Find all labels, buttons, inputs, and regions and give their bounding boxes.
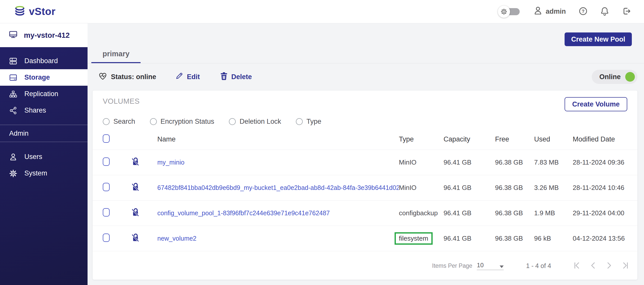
column-header-free: Free [495, 135, 534, 143]
filter-encryption-status[interactable]: Encryption Status [150, 118, 214, 126]
volume-free: 96.38 GB [495, 235, 534, 242]
volume-name-link[interactable]: config_volume_pool_1-83f96fbf7c244e639e7… [157, 209, 399, 217]
volume-name-link[interactable]: 67482bf841bba042db9e6bd9_my-bucket1_ea0e… [157, 184, 399, 191]
sidebar-item-replication[interactable]: Replication [0, 86, 88, 102]
dashboard-icon [9, 58, 17, 65]
volume-free: 96.38 GB [495, 209, 534, 217]
radio-icon [296, 118, 303, 125]
volume-used: 96 kB [534, 235, 573, 242]
volume-type: configbackup [399, 209, 444, 217]
volume-filters: Search Encryption Status Deletion Lock T… [103, 115, 321, 128]
delete-label: Delete [231, 73, 252, 81]
volume-modified-date: 04-12-2024 13:56 [573, 235, 627, 242]
sidebar-admin-nav: Users System [0, 142, 88, 182]
user-menu[interactable]: admin [534, 6, 566, 17]
filter-label: Type [307, 118, 321, 126]
volumes-card: VOLUMES Create Volume Search Encryption … [93, 91, 637, 280]
table-row: my_minio MinIO 96.41 GB 96.38 GB 7.83 MB… [93, 150, 637, 175]
sidebar-item-label: System [24, 169, 47, 177]
app-header: vStor admin [0, 0, 644, 23]
volume-name-link[interactable]: new_volume2 [157, 235, 399, 242]
items-per-page-value: 10 [477, 262, 484, 269]
table-header-row: Name Type Capacity Free Used Modified Da… [93, 129, 637, 150]
column-header-name: Name [157, 135, 399, 143]
filter-search[interactable]: Search [103, 118, 135, 126]
pool-tab-bar: primary [88, 50, 644, 63]
gear-icon [9, 170, 17, 177]
logout-icon [622, 7, 631, 16]
filter-type[interactable]: Type [296, 118, 321, 126]
edit-pool-button[interactable]: Edit [175, 72, 200, 82]
prev-page-icon [589, 262, 597, 270]
storage-icon [9, 74, 17, 81]
sidebar: my-vstor-412 Dashboard [0, 23, 88, 285]
filter-label: Search [113, 118, 135, 126]
user-icon [534, 6, 542, 17]
pencil-icon [175, 72, 183, 82]
sidebar-item-shares[interactable]: Shares [0, 102, 88, 119]
volume-used: 1.9 MB [534, 209, 573, 217]
volume-modified-date: 29-11-2024 04:00 [573, 209, 627, 217]
online-status-badge: Online [592, 70, 637, 84]
filter-deletion-lock[interactable]: Deletion Lock [229, 118, 281, 126]
sidebar-item-server[interactable]: my-vstor-412 [0, 23, 88, 47]
create-new-pool-button[interactable]: Create New Pool [565, 32, 632, 46]
sidebar-item-label: Shares [24, 106, 46, 114]
online-badge-label: Online [599, 73, 621, 81]
help-button[interactable]: ? [579, 7, 588, 16]
sidebar-item-users[interactable]: Users [0, 149, 88, 165]
volume-used: 3.26 MB [534, 184, 573, 192]
row-checkbox[interactable] [103, 234, 110, 242]
volume-type-highlighted: filesystem [395, 232, 433, 245]
volumes-table: Name Type Capacity Free Used Modified Da… [93, 129, 637, 251]
admin-section-label: Admin [0, 125, 88, 142]
first-page-icon [573, 262, 581, 270]
next-page-button[interactable] [605, 262, 613, 270]
select-all-checkbox[interactable] [103, 134, 110, 143]
theme-toggle[interactable] [498, 5, 521, 18]
last-page-button[interactable] [622, 262, 629, 270]
volume-free: 96.38 GB [495, 184, 534, 192]
sidebar-item-system[interactable]: System [0, 165, 88, 182]
create-volume-button[interactable]: Create Volume [565, 97, 627, 111]
row-checkbox[interactable] [103, 183, 110, 191]
table-pagination: Items Per Page 10 1 - 4 of 4 [93, 252, 637, 280]
deletion-lock-off-icon [131, 157, 157, 168]
sidebar-nav: Dashboard Storage [0, 47, 88, 125]
column-header-modified-date: Modified Date [573, 135, 627, 143]
sidebar-item-label: Replication [24, 90, 58, 98]
sidebar-item-dashboard[interactable]: Dashboard [0, 53, 88, 69]
deletion-lock-off-icon [131, 182, 157, 193]
row-checkbox[interactable] [103, 208, 110, 217]
header-actions: admin ? [498, 5, 631, 18]
vstor-logo-text: vStor [29, 6, 56, 17]
volume-type: MinIO [399, 158, 444, 166]
pool-status: Status: online [98, 72, 156, 82]
table-row: new_volume2 filesystem 96.41 GB 96.38 GB… [93, 226, 637, 251]
volume-capacity: 96.41 GB [444, 184, 495, 192]
user-name: admin [546, 8, 566, 15]
sidebar-item-storage[interactable]: Storage [0, 69, 88, 86]
volume-type: MinIO [399, 184, 444, 192]
notifications-button[interactable] [600, 7, 609, 16]
server-name: my-vstor-412 [24, 31, 70, 40]
sidebar-item-label: Dashboard [24, 57, 58, 65]
volume-name-link[interactable]: my_minio [157, 159, 399, 166]
sidebar-item-label: Users [24, 153, 42, 161]
deletion-lock-off-icon [131, 233, 157, 244]
delete-pool-button[interactable]: Delete [220, 72, 252, 82]
next-page-icon [605, 262, 613, 270]
radio-icon [103, 118, 110, 125]
row-checkbox[interactable] [103, 157, 110, 166]
trash-icon [220, 72, 228, 82]
logout-button[interactable] [622, 7, 631, 16]
prev-page-button[interactable] [589, 262, 597, 270]
pager-controls [573, 262, 629, 270]
items-per-page-select[interactable]: 10 [477, 262, 504, 270]
tab-primary[interactable]: primary [91, 50, 141, 63]
sun-toggle-icon [498, 6, 510, 18]
sidebar-item-label: Storage [24, 74, 50, 81]
pool-status-label: Status: online [111, 73, 156, 81]
first-page-button[interactable] [573, 262, 581, 270]
pool-toolbar: Status: online Edit [98, 68, 637, 85]
